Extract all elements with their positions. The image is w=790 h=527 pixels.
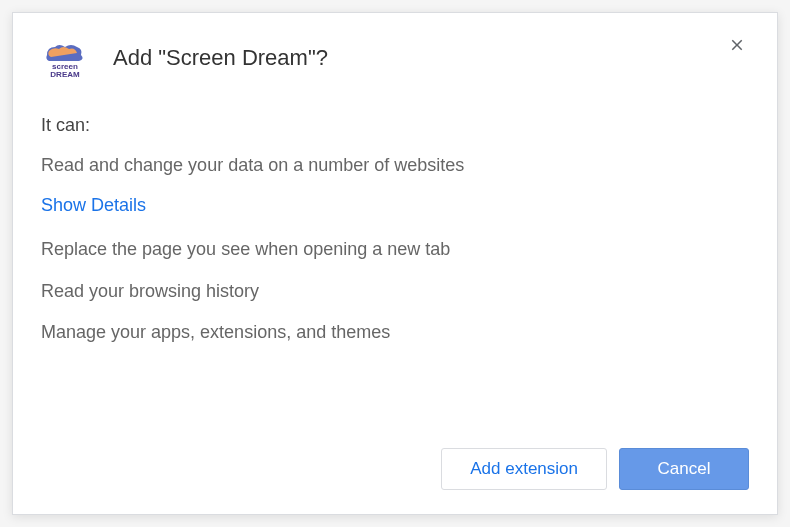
close-button[interactable]	[725, 33, 749, 57]
add-extension-button[interactable]: Add extension	[441, 448, 607, 490]
permission-item: Read and change your data on a number of…	[41, 154, 749, 177]
permission-item: Replace the page you see when opening a …	[41, 238, 749, 261]
show-details-link[interactable]: Show Details	[41, 195, 146, 216]
dialog-title: Add "Screen Dream"?	[113, 37, 725, 71]
extension-install-dialog: screen DREAM Add "Screen Dream"? It can:…	[12, 12, 778, 515]
dialog-body: It can: Read and change your data on a n…	[41, 115, 749, 432]
close-icon	[728, 36, 746, 54]
dialog-header: screen DREAM Add "Screen Dream"?	[41, 37, 749, 85]
svg-text:DREAM: DREAM	[50, 70, 80, 79]
extension-icon: screen DREAM	[41, 37, 89, 85]
permissions-intro: It can:	[41, 115, 749, 136]
permission-item: Manage your apps, extensions, and themes	[41, 321, 749, 344]
permission-item: Read your browsing history	[41, 280, 749, 303]
cancel-button[interactable]: Cancel	[619, 448, 749, 490]
dialog-footer: Add extension Cancel	[41, 448, 749, 490]
